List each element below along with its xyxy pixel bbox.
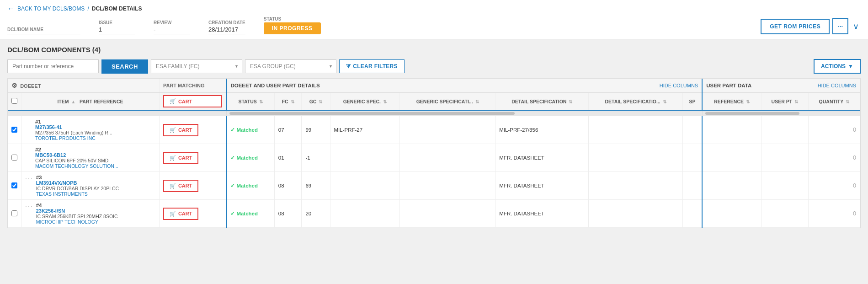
quantity-value: 0 <box>853 182 856 189</box>
scrollbar-doeeet[interactable] <box>226 110 702 116</box>
detail-spec-cell: MFR. DATASHEET <box>495 172 589 200</box>
row-checkbox[interactable] <box>11 155 17 161</box>
row-checkbox-cell[interactable] <box>8 116 21 144</box>
item-number: #1 <box>35 119 112 124</box>
components-table: ⚙ DOEEET PART MATCHING DOEEET AND USER P… <box>8 79 860 228</box>
cart-icon: 🛒 <box>170 98 176 104</box>
part-manufacturer[interactable]: TOROTEL PRODUCTS INC <box>35 135 112 141</box>
row-dots-icon[interactable]: ··· <box>25 175 33 182</box>
part-description: IC SRAM 256KBIT SPI 20MHZ 8SOIC <box>36 214 118 219</box>
actions-button[interactable]: ACTIONS ▼ <box>814 59 861 74</box>
cart-header-button[interactable]: 🛒 CART <box>163 95 222 107</box>
gear-icon[interactable]: ⚙ <box>11 82 17 89</box>
generic-spec-cell <box>330 200 399 228</box>
part-manufacturer[interactable]: TEXAS INSTRUMENTS <box>36 191 119 197</box>
part-reference[interactable]: LM3914VX/NOPB <box>36 180 119 186</box>
top-actions: GET ROM PRICES ··· ∨ <box>761 18 861 34</box>
gc-cell: 99 <box>302 116 330 144</box>
status-field: STATUS IN PROGRESS <box>264 16 321 34</box>
quantity-value: 0 <box>853 210 856 217</box>
item-part-cell: ··· #4 23K256-I/SN IC SRAM 256KBIT SPI 2… <box>21 200 160 228</box>
esa-family-wrapper: ESA FAMILY (FC) <box>151 59 242 73</box>
item-part-cell: ··· #3 LM3914VX/NOPB IC DRVR DOT/BAR DIS… <box>21 172 160 200</box>
hide-columns-1-link[interactable]: HIDE COLUMNS <box>660 83 698 88</box>
table-row: #2 MBC50-6B12 CAP SILICON 6PF 20% 50V SM… <box>8 144 860 172</box>
part-reference[interactable]: 23K256-I/SN <box>36 208 118 214</box>
cart-button[interactable]: 🛒 CART <box>163 152 199 164</box>
more-options-button[interactable]: ··· <box>832 18 848 34</box>
chevron-down-icon: ▼ <box>848 63 853 70</box>
part-manufacturer[interactable]: MICROCHIP TECHNOLOGY <box>36 219 118 225</box>
matched-badge: Matched <box>230 210 270 217</box>
row-checkbox[interactable] <box>11 182 17 188</box>
esa-group-select[interactable]: ESA GROUP (GC) <box>245 59 336 73</box>
generic-spec2-header: GENERIC SPECIFICATI... ⇅ <box>399 93 495 111</box>
row-dots-icon[interactable]: ··· <box>25 203 33 210</box>
scrollbar-user[interactable] <box>702 110 860 116</box>
components-table-container: ⚙ DOEEET PART MATCHING DOEEET AND USER P… <box>7 78 861 228</box>
detail-spec-header: DETAIL SPECIFICATION ⇅ <box>495 93 589 111</box>
expand-button[interactable]: ∨ <box>851 20 861 33</box>
item-number: #2 <box>35 147 118 152</box>
generic-spec2-cell <box>399 200 495 228</box>
generic-spec-cell <box>330 144 399 172</box>
back-link[interactable]: BACK TO MY DCLS/BOMS <box>17 5 85 12</box>
row-checkbox[interactable] <box>11 127 17 133</box>
cart-label: CART <box>178 127 192 133</box>
sort-icon[interactable]: ▲ <box>71 99 75 104</box>
breadcrumb-current: DCL/BOM DETAILS <box>92 5 142 12</box>
status-cell: Matched <box>226 200 274 228</box>
detail-spec-cell: MIL-PRF-27/356 <box>495 116 589 144</box>
cart-label: CART <box>178 211 192 216</box>
clear-filters-label: CLEAR FILTERS <box>353 63 398 70</box>
select-all-checkbox[interactable] <box>11 98 17 104</box>
column-header-row: ITEM ▲ PART REFERENCE 🛒 CART STATUS ⇅ <box>8 93 860 111</box>
gc-header: GC ⇅ <box>302 93 330 111</box>
part-matching-group-header: PART MATCHING <box>159 79 226 93</box>
detail-spec2-cell <box>589 172 683 200</box>
part-description: M27/356 375uH (Each Winding) R... <box>35 130 112 135</box>
cart-button[interactable]: 🛒 CART <box>163 124 199 136</box>
table-row: ··· #4 23K256-I/SN IC SRAM 256KBIT SPI 2… <box>8 200 860 228</box>
status-cell: Matched <box>226 172 274 200</box>
detail-spec2-header: DETAIL SPECIFICATIO... ⇅ <box>589 93 683 111</box>
item-part-cell: #1 M27/356-41 M27/356 375uH (Each Windin… <box>21 116 160 144</box>
row-checkbox-cell[interactable] <box>8 144 21 172</box>
part-reference[interactable]: MBC50-6B12 <box>35 152 118 158</box>
back-arrow-icon[interactable]: ← <box>7 5 15 13</box>
reference-cell <box>702 116 761 144</box>
issue-field: ISSUE 1 <box>99 20 135 34</box>
item-part-cell: #2 MBC50-6B12 CAP SILICON 6PF 20% 50V SM… <box>21 144 160 172</box>
row-checkbox-cell[interactable] <box>8 200 21 228</box>
search-button[interactable]: SEARCH <box>101 59 148 74</box>
cart-button[interactable]: 🛒 CART <box>163 180 199 192</box>
sp-cell <box>682 172 702 200</box>
row-checkbox[interactable] <box>11 210 17 216</box>
sp-cell <box>682 116 702 144</box>
status-cell: Matched <box>226 144 274 172</box>
part-reference[interactable]: M27/356-41 <box>35 124 112 130</box>
matched-badge: Matched <box>230 127 270 133</box>
detail-spec-cell: MFR. DATASHEET <box>495 200 589 228</box>
select-all-header[interactable] <box>8 93 21 111</box>
get-rom-prices-button[interactable]: GET ROM PRICES <box>761 19 830 34</box>
filter-bar: SEARCH ESA FAMILY (FC) ESA GROUP (GC) ⧩ … <box>7 59 861 74</box>
scrollbar-row <box>8 110 860 116</box>
doeeet-user-details-group-header: DOEEET AND USER PART DETAILS HIDE COLUMN… <box>226 79 702 93</box>
part-description: CAP SILICON 6PF 20% 50V SMD <box>35 158 118 163</box>
reference-cell <box>702 144 761 172</box>
cart-cell: 🛒 CART <box>159 116 226 144</box>
item-number: #3 <box>36 175 119 180</box>
matched-badge: Matched <box>230 155 270 161</box>
row-checkbox-cell[interactable] <box>8 172 21 200</box>
user-pt-cell <box>761 200 809 228</box>
cart-button[interactable]: 🛒 CART <box>163 208 199 220</box>
quantity-cell: 0 <box>808 172 860 200</box>
creation-date-field: CREATION DATE 28/11/2017 <box>208 20 245 34</box>
esa-family-select[interactable]: ESA FAMILY (FC) <box>151 59 242 73</box>
hide-columns-2-link[interactable]: HIDE COLUMNS <box>818 83 856 88</box>
search-input[interactable] <box>7 59 99 73</box>
part-manufacturer[interactable]: MACOM TECHNOLOGY SOLUTION... <box>35 163 118 169</box>
clear-filters-button[interactable]: ⧩ CLEAR FILTERS <box>339 59 405 73</box>
cart-header: 🛒 CART <box>159 93 226 111</box>
